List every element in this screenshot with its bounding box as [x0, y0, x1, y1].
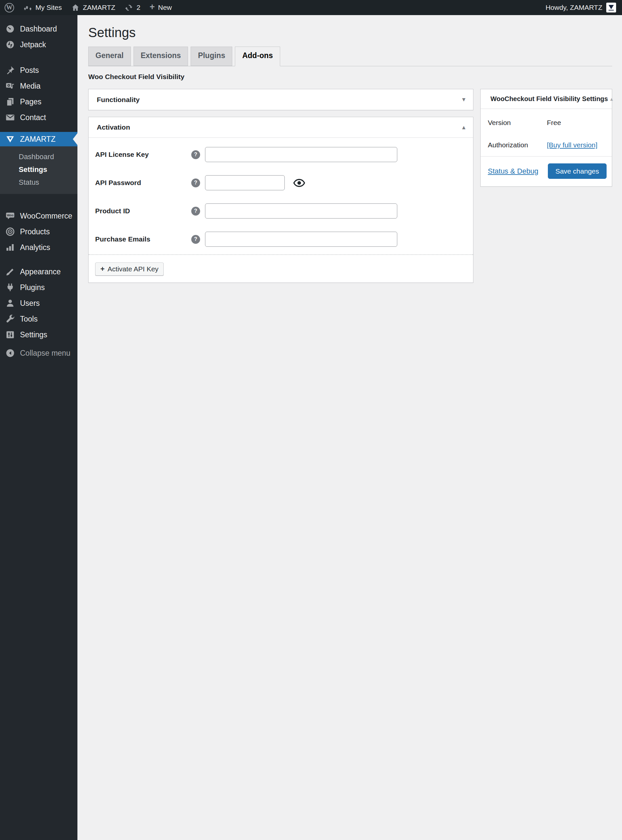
api-password-row: API Password ? — [88, 175, 473, 190]
plus-icon: + — [149, 3, 155, 12]
update-count: 2 — [136, 4, 140, 12]
sidebar-item-analytics[interactable]: Analytics — [0, 239, 78, 255]
tab-plugins[interactable]: Plugins — [191, 47, 232, 66]
admin-bar: W My Sites ZAMARTZ 2 + New Howdy, ZAMART… — [0, 0, 622, 15]
purchase-emails-input[interactable] — [205, 232, 397, 247]
sidebar-item-appearance[interactable]: Appearance — [0, 264, 78, 280]
main-content: Settings General Extensions Plugins Add-… — [78, 15, 622, 840]
new-content-button[interactable]: + New — [145, 0, 177, 15]
help-icon[interactable]: ? — [191, 150, 200, 159]
api-password-input[interactable] — [205, 175, 285, 190]
sidebar-item-jetpack[interactable]: Jetpack — [0, 37, 78, 52]
site-home-button[interactable]: ZAMARTZ — [67, 0, 120, 15]
wordpress-logo-icon: W — [5, 3, 14, 12]
user-icon — [5, 298, 15, 308]
submenu-item-dashboard[interactable]: Dashboard — [0, 150, 78, 163]
menu-separator — [0, 255, 78, 264]
tab-general[interactable]: General — [88, 47, 131, 66]
plus-icon: + — [101, 265, 105, 273]
chevron-down-icon: ▼ — [461, 97, 466, 102]
activation-accordion: Activation ▲ API License Key ? API Passw… — [88, 117, 473, 283]
pushpin-icon — [5, 65, 15, 75]
activation-footer: + Activate API Key — [88, 255, 473, 282]
tab-add-ons[interactable]: Add-ons — [235, 47, 280, 66]
updates-refresh-icon — [124, 3, 133, 12]
submenu-item-label: Dashboard — [19, 152, 54, 161]
wordpress-menu-button[interactable]: W — [0, 0, 19, 15]
api-license-key-label: API License Key — [95, 151, 191, 159]
sidebar-item-label: Users — [20, 299, 40, 308]
sidebar-item-pages[interactable]: Pages — [0, 94, 78, 110]
activation-form: API License Key ? API Password ? — [88, 138, 473, 282]
sidebar-item-plugins[interactable]: Plugins — [0, 280, 78, 295]
account-menu-button[interactable]: Howdy, ZAMARTZ — [540, 0, 622, 15]
plugin-settings-panel: WooCheckout Field Visibility Settings ▲ … — [480, 89, 612, 187]
help-icon[interactable]: ? — [191, 178, 200, 188]
product-id-input[interactable] — [205, 203, 397, 218]
sidebar-item-dashboard[interactable]: Dashboard — [0, 21, 78, 37]
chevron-up-icon: ▲ — [609, 96, 614, 102]
collapse-menu-label: Collapse menu — [20, 349, 70, 358]
menu-separator — [0, 125, 78, 132]
sidebar-item-label: Pages — [20, 98, 41, 106]
sidebar-item-products[interactable]: Products — [0, 224, 78, 239]
site-name-label: ZAMARTZ — [83, 4, 116, 12]
buy-full-version-link[interactable]: [Buy full version] — [547, 141, 598, 149]
purchase-emails-row: Purchase Emails ? — [88, 232, 473, 247]
collapse-arrow-icon — [5, 348, 15, 358]
api-license-key-input[interactable] — [205, 147, 397, 162]
version-label: Version — [488, 119, 547, 127]
updates-button[interactable]: 2 — [120, 0, 145, 15]
sidebar-item-label: Settings — [20, 331, 47, 339]
sidebar-item-label: Media — [20, 82, 41, 91]
activation-title: Activation — [97, 123, 130, 131]
status-debug-link[interactable]: Status & Debug — [488, 167, 538, 175]
panel-body: Version Free Authorization [Buy full ver… — [480, 109, 612, 156]
sidebar-item-label: ZAMARTZ — [20, 135, 55, 144]
panel-title: WooCheckout Field Visibility Settings — [491, 95, 608, 103]
show-password-eye-icon[interactable] — [293, 178, 305, 188]
collapse-menu-button[interactable]: Collapse menu — [0, 345, 78, 361]
authorization-row: Authorization [Buy full version] — [488, 134, 605, 156]
submenu-item-settings[interactable]: Settings — [0, 163, 78, 176]
howdy-label: Howdy, ZAMARTZ — [546, 4, 602, 12]
sidebar-item-woocommerce[interactable]: Woo WooCommerce — [0, 208, 78, 224]
tab-extensions[interactable]: Extensions — [134, 47, 188, 66]
sidebar-item-label: Tools — [20, 315, 38, 323]
my-sites-button[interactable]: My Sites — [19, 0, 67, 15]
sidebar-item-media[interactable]: Media — [0, 78, 78, 94]
help-icon[interactable]: ? — [191, 235, 200, 244]
sidebar-item-settings[interactable]: Settings — [0, 327, 78, 343]
dashboard-gauge-icon — [5, 24, 15, 34]
panel-footer: Status & Debug Save changes — [480, 156, 612, 186]
save-changes-button[interactable]: Save changes — [548, 163, 607, 179]
paintbrush-icon — [5, 267, 15, 277]
my-sites-icon — [23, 3, 32, 12]
submenu-item-status[interactable]: Status — [0, 176, 78, 189]
sidebar-item-posts[interactable]: Posts — [0, 63, 78, 78]
zamartz-triangle-icon — [5, 134, 15, 144]
sidebar-item-label: Plugins — [20, 283, 44, 292]
api-license-key-row: API License Key ? — [88, 147, 473, 162]
plugin-section-subtitle: Woo Checkout Field Visibility — [88, 73, 612, 81]
page-title: Settings — [88, 25, 612, 40]
sidebar-item-tools[interactable]: Tools — [0, 311, 78, 327]
activate-api-key-button[interactable]: + Activate API Key — [95, 262, 164, 276]
sidebar-item-contact[interactable]: Contact — [0, 110, 78, 125]
submenu-item-label: Settings — [19, 165, 47, 174]
submenu-item-label: Status — [19, 178, 39, 187]
sidebar-item-zamartz[interactable]: ZAMARTZ — [0, 132, 78, 146]
sidebar-item-label: WooCommerce — [20, 212, 72, 221]
sidebar-item-users[interactable]: Users — [0, 295, 78, 311]
zamartz-submenu: Dashboard Settings Status — [0, 146, 78, 194]
functionality-accordion-header[interactable]: Functionality ▼ — [88, 89, 473, 110]
activation-accordion-header[interactable]: Activation ▲ — [88, 117, 473, 138]
svg-text:Woo: Woo — [7, 213, 14, 217]
bar-chart-icon — [5, 242, 15, 252]
panel-header[interactable]: WooCheckout Field Visibility Settings ▲ — [480, 89, 612, 109]
sidebar-item-label: Jetpack — [20, 40, 46, 49]
products-target-icon — [5, 227, 15, 236]
sidebar-item-label: Analytics — [20, 243, 50, 252]
plug-icon — [5, 282, 15, 292]
help-icon[interactable]: ? — [191, 207, 200, 216]
